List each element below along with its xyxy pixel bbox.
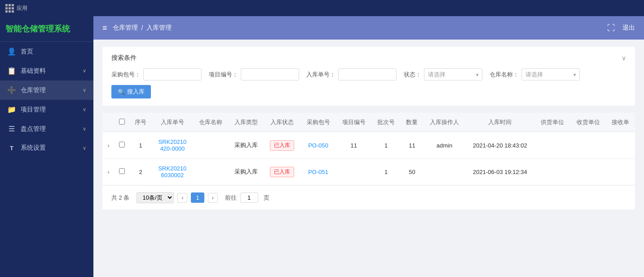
row2-expand[interactable]: ›: [102, 159, 115, 185]
th-time: 入库时间: [465, 113, 535, 132]
row1-status-badge: 已入库: [270, 140, 294, 151]
chevron-down-icon-3: ∨: [83, 107, 86, 112]
sidebar-label-home: 首页: [21, 48, 86, 56]
row1-receipt: [606, 132, 635, 159]
project-icon: 📁: [7, 105, 16, 114]
row2-time: 2021-06-03 19:12:34: [465, 159, 535, 185]
pagination: 共 2 条 10条/页 20条/页 50条/页 ‹ 1 › 前往 页: [102, 185, 635, 210]
row2-operator: [423, 159, 465, 185]
menu-toggle-icon[interactable]: ≡: [102, 23, 107, 33]
status-select[interactable]: 请选择 已入库 未入库: [424, 68, 482, 80]
chevron-down-icon: ∨: [83, 68, 86, 74]
fullscreen-icon[interactable]: ⛶: [607, 23, 615, 33]
sidebar-item-settings[interactable]: T 系统设置 ∨: [0, 138, 93, 157]
th-supplier: 供货单位: [535, 113, 570, 132]
row1-expand[interactable]: ›: [102, 132, 115, 159]
purchase-no-label: 采购包号：: [111, 71, 141, 79]
row1-purchase: PO-050: [300, 132, 336, 159]
sidebar-label-inventory: 盘点管理: [21, 125, 78, 133]
search-panel: 搜索条件 ∨ 采购包号： 项目编号： 入库单号：: [102, 47, 635, 106]
th-purchase-no: 采购包号: [300, 113, 336, 132]
th-project-no: 项目编号: [336, 113, 371, 132]
row2-status-badge: 已入库: [270, 167, 294, 177]
th-seq: 序号: [129, 113, 152, 132]
row1-inbound-no: SRK20210420-0000: [152, 132, 193, 159]
warehouse-select-wrapper: 请选择: [521, 68, 580, 80]
table-panel: 序号 入库单号 仓库名称 入库类型 入库状态 采购包号 项目编号 批次号 数量 …: [102, 113, 635, 210]
sidebar-label-basic: 基础资料: [21, 67, 78, 75]
search-icon: 🔍: [118, 89, 125, 95]
row1-project: 11: [336, 132, 371, 159]
sidebar-logo: 智能仓储管理系统: [0, 16, 93, 42]
th-warehouse-name: 仓库名称: [193, 113, 228, 132]
row1-checkbox[interactable]: [115, 132, 129, 159]
row2-supplier: [535, 159, 570, 185]
th-inbound-status: 入库状态: [264, 113, 300, 132]
prev-page-button[interactable]: ‹: [177, 193, 187, 203]
header-actions: ⛶ 退出: [607, 23, 635, 33]
breadcrumb-warehouse: 仓库管理: [113, 24, 138, 32]
warehouse-select[interactable]: 请选择: [521, 68, 580, 80]
row2-type: 采购入库: [229, 159, 264, 185]
inbound-no-input[interactable]: [338, 68, 397, 80]
inbound-no-field: 入库单号：: [306, 68, 397, 80]
purchase-no-field: 采购包号：: [111, 68, 202, 80]
purchase-no-input[interactable]: [143, 68, 202, 80]
project-no-field: 项目编号：: [209, 68, 299, 80]
status-label: 状态：: [404, 71, 421, 79]
logout-button[interactable]: 退出: [622, 24, 635, 32]
sidebar-item-project[interactable]: 📁 项目管理 ∨: [0, 100, 93, 119]
sidebar-label-warehouse: 仓库管理: [21, 86, 78, 94]
row2-status: 已入库: [264, 159, 300, 185]
th-batch-no: 批次号: [371, 113, 401, 132]
status-field: 状态： 请选择 已入库 未入库: [404, 68, 482, 80]
basic-icon: 📋: [7, 67, 16, 75]
select-all-checkbox[interactable]: [119, 119, 125, 125]
page-size-select[interactable]: 10条/页 20条/页 50条/页: [137, 192, 174, 203]
inventory-icon: ☰: [7, 125, 16, 133]
row2-select[interactable]: [119, 168, 125, 174]
next-page-button[interactable]: ›: [208, 193, 218, 203]
table-body: › 1 SRK20210420-0000 采购入库 已入库: [102, 132, 635, 185]
inbound-no-label: 入库单号：: [306, 71, 335, 79]
sidebar-item-home[interactable]: 👤 首页: [0, 42, 93, 61]
page-body: 搜索条件 ∨ 采购包号： 项目编号： 入库单号：: [93, 40, 644, 277]
row1-quantity: 11: [401, 132, 423, 159]
th-operator: 入库操作人: [423, 113, 465, 132]
th-expand: [102, 113, 115, 132]
row1-select[interactable]: [119, 142, 125, 147]
breadcrumb-inbound: 入库管理: [146, 24, 172, 32]
chevron-down-icon-2: ∨: [83, 87, 86, 93]
search-fields: 采购包号： 项目编号： 入库单号： 状态：: [111, 68, 626, 80]
sidebar: 智能仓储管理系统 👤 首页 📋 基础资料 ∨ ➕ 仓库管理 ∨ 📁 项目管理 ∨…: [0, 16, 93, 277]
apps-label: 应用: [17, 4, 27, 12]
current-page[interactable]: 1: [191, 192, 204, 203]
th-inbound-no: 入库单号: [152, 113, 193, 132]
collapse-icon[interactable]: ∨: [622, 54, 626, 62]
row1-supplier: [535, 132, 570, 159]
row2-receiver: [570, 159, 606, 185]
search-button[interactable]: 🔍 搜入库: [111, 85, 151, 98]
row2-checkbox[interactable]: [115, 159, 129, 185]
content-area: ≡ 仓库管理 / 入库管理 ⛶ 退出 搜索条件 ∨ 采购包号：: [93, 16, 644, 277]
table-row: › 2 SRK202106030002 采购入库 已入库: [102, 159, 635, 185]
row1-type: 采购入库: [229, 132, 264, 159]
settings-icon: T: [7, 145, 16, 152]
row1-operator: admin: [423, 132, 465, 159]
search-panel-header: 搜索条件 ∨: [111, 54, 626, 62]
home-icon: 👤: [7, 47, 16, 56]
page-unit: 页: [264, 194, 269, 202]
row2-warehouse: [193, 159, 228, 185]
table-container: 序号 入库单号 仓库名称 入库类型 入库状态 采购包号 项目编号 批次号 数量 …: [102, 113, 635, 185]
sidebar-item-basic[interactable]: 📋 基础资料 ∨: [0, 61, 93, 80]
goto-input[interactable]: [240, 192, 258, 203]
project-no-label: 项目编号：: [209, 71, 238, 79]
breadcrumb-sep: /: [141, 24, 143, 31]
sidebar-label-settings: 系统设置: [21, 144, 78, 152]
sidebar-item-inventory[interactable]: ☰ 盘点管理 ∨: [0, 119, 93, 138]
th-inbound-type: 入库类型: [229, 113, 264, 132]
sidebar-item-warehouse[interactable]: ➕ 仓库管理 ∨: [0, 80, 93, 100]
chevron-down-icon-4: ∨: [83, 126, 86, 132]
breadcrumb: 仓库管理 / 入库管理: [113, 24, 172, 32]
project-no-input[interactable]: [241, 68, 299, 80]
